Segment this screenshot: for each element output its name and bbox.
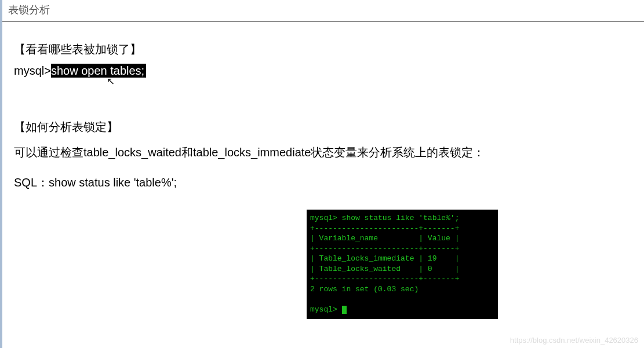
terminal-output: mysql> show status like 'table%'; +-----… bbox=[307, 210, 498, 319]
terminal-summary: 2 rows in set (0.03 sec) bbox=[310, 285, 419, 294]
terminal-separator: +-----------------------+-------+ bbox=[310, 244, 459, 253]
document-body: 【看看哪些表被加锁了】 mysql>show open tables; ↖ 【如… bbox=[2, 22, 644, 319]
terminal-data-row: | Table_locks_waited | 0 | bbox=[310, 265, 459, 273]
selected-command-text: show open tables; bbox=[51, 64, 146, 78]
command-line-show-open-tables: mysql>show open tables; ↖ bbox=[14, 61, 146, 80]
mysql-prompt: mysql> bbox=[14, 64, 51, 77]
watermark-text: https://blog.csdn.net/weixin_42620326 bbox=[510, 336, 638, 345]
terminal-separator: +-----------------------+-------+ bbox=[310, 274, 459, 283]
terminal-header-row: | Variable_name | Value | bbox=[310, 234, 459, 243]
terminal-separator: +-----------------------+-------+ bbox=[310, 224, 459, 233]
terminal-prompt: mysql> bbox=[310, 305, 342, 314]
analysis-paragraph: 可以通过检查table_locks_waited和table_locks_imm… bbox=[14, 142, 644, 162]
terminal-cursor-icon bbox=[342, 306, 347, 314]
terminal-line: mysql> show status like 'table%'; bbox=[310, 214, 459, 222]
terminal-data-row: | Table_locks_immediate | 19 | bbox=[310, 254, 459, 263]
panel-title: 表锁分析 bbox=[2, 0, 644, 22]
section-heading-locked-tables: 【看看哪些表被加锁了】 bbox=[14, 39, 644, 59]
sql-example-line: SQL：show status like 'table%'; bbox=[14, 173, 644, 192]
section-heading-analyze-lock: 【如何分析表锁定】 bbox=[14, 117, 644, 137]
